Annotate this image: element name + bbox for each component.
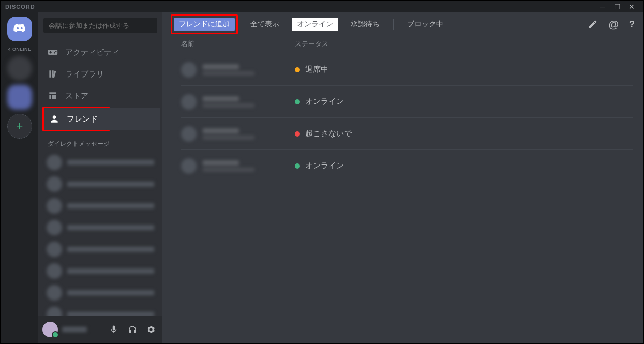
mentions-button[interactable]: @ xyxy=(608,19,619,31)
friend-avatar xyxy=(181,94,197,110)
gear-icon xyxy=(146,325,156,334)
friend-status: 退席中 xyxy=(295,65,328,74)
status-text: オンライン xyxy=(305,161,344,171)
friend-name xyxy=(203,128,295,140)
friend-row[interactable]: 起こさないで xyxy=(181,118,633,150)
friend-avatar xyxy=(181,62,197,78)
dm-header: ダイレクトメッセージ xyxy=(38,138,162,152)
window-minimize-button[interactable]: ─ xyxy=(595,3,610,11)
dm-item[interactable] xyxy=(42,282,158,304)
friends-list: 退席中オンライン起こさないでオンライン xyxy=(162,54,643,182)
friend-row[interactable]: 退席中 xyxy=(181,54,633,86)
status-dot-icon xyxy=(295,99,300,104)
status-text: 退席中 xyxy=(305,65,328,74)
add-friend-button[interactable]: フレンドに追加 xyxy=(174,18,235,31)
friend-status: オンライン xyxy=(295,161,344,171)
dm-item[interactable] xyxy=(42,304,158,316)
headphones-icon xyxy=(128,325,137,334)
settings-button[interactable] xyxy=(144,322,158,337)
friend-name xyxy=(203,96,295,108)
user-panel xyxy=(38,316,162,343)
main-content: フレンドに追加 全て表示 オンライン 承認待ち ブロック中 @ ? 名前 ステー… xyxy=(162,12,643,343)
nav-friends[interactable]: フレンド xyxy=(44,108,108,130)
guild-item[interactable] xyxy=(7,85,32,110)
nav-label: アクティビティ xyxy=(65,48,119,57)
new-message-icon xyxy=(588,19,598,29)
home-button[interactable] xyxy=(7,17,32,41)
nav-section: アクティビティ ライブラリ ストア フレンド xyxy=(38,37,162,138)
help-button[interactable]: ? xyxy=(629,19,635,30)
user-avatar[interactable] xyxy=(42,322,58,337)
toolbar-right: @ ? xyxy=(588,19,635,31)
nav-store[interactable]: ストア xyxy=(42,85,158,107)
window-maximize-button[interactable]: ☐ xyxy=(610,3,624,11)
new-dm-button[interactable] xyxy=(588,19,598,29)
nav-label: フレンド xyxy=(67,114,98,124)
gamepad-icon xyxy=(48,47,58,57)
guild-item[interactable] xyxy=(7,56,32,81)
channels-column: アクティビティ ライブラリ ストア フレンド ダイレクトメッセージ xyxy=(38,12,162,343)
friend-row[interactable]: オンライン xyxy=(181,86,633,118)
friend-status: 起こさないで xyxy=(295,129,352,139)
find-conversation-input[interactable] xyxy=(49,22,152,29)
filter-blocked[interactable]: ブロック中 xyxy=(402,18,448,31)
nav-activity[interactable]: アクティビティ xyxy=(42,41,158,63)
filter-online[interactable]: オンライン xyxy=(292,18,338,31)
friend-status: オンライン xyxy=(295,97,344,107)
window-close-button[interactable]: ✕ xyxy=(624,3,639,11)
guild-rail: 4 ONLINE + xyxy=(1,12,38,343)
status-text: 起こさないで xyxy=(305,129,352,139)
column-name: 名前 xyxy=(181,39,295,49)
app-body: 4 ONLINE + アクティビティ ライブラリ ス xyxy=(1,12,643,343)
library-icon xyxy=(48,69,58,79)
dm-item[interactable] xyxy=(42,152,158,173)
add-server-button[interactable]: + xyxy=(7,114,32,139)
toolbar-separator xyxy=(393,19,394,30)
nav-label: ストア xyxy=(65,91,88,101)
toolbar-left: フレンドに追加 全て表示 オンライン 承認待ち ブロック中 xyxy=(171,14,448,34)
friend-row[interactable]: オンライン xyxy=(181,150,633,182)
status-dot-icon xyxy=(295,163,300,169)
dm-list xyxy=(38,152,162,316)
dm-item[interactable] xyxy=(42,260,158,282)
status-dot-icon xyxy=(295,67,300,72)
app-brand: DISCORD xyxy=(5,4,595,10)
friend-name xyxy=(203,160,295,172)
online-count-label: 4 ONLINE xyxy=(8,47,32,52)
column-status: ステータス xyxy=(295,39,328,49)
friend-name xyxy=(203,64,295,76)
app-window: DISCORD ─ ☐ ✕ 4 ONLINE + アクティビティ xyxy=(1,1,643,343)
discord-logo-icon xyxy=(13,22,26,36)
dm-item[interactable] xyxy=(42,217,158,238)
titlebar: DISCORD ─ ☐ ✕ xyxy=(1,1,643,12)
filter-all[interactable]: 全て表示 xyxy=(245,18,284,31)
nav-library[interactable]: ライブラリ xyxy=(42,63,158,85)
status-dot-icon xyxy=(295,131,300,137)
deafen-button[interactable] xyxy=(125,322,140,337)
dm-item[interactable] xyxy=(42,238,158,260)
filter-pending[interactable]: 承認待ち xyxy=(346,18,385,31)
friends-icon xyxy=(49,114,59,124)
highlight-add-friend: フレンドに追加 xyxy=(171,14,238,34)
friends-toolbar: フレンドに追加 全て表示 オンライン 承認待ち ブロック中 @ ? xyxy=(162,12,643,36)
friend-avatar xyxy=(181,126,197,142)
user-name[interactable] xyxy=(62,327,102,332)
store-icon xyxy=(48,91,58,101)
nav-label: ライブラリ xyxy=(65,69,104,79)
mute-button[interactable] xyxy=(107,322,121,337)
friends-columns: 名前 ステータス xyxy=(162,36,643,54)
find-conversation-field[interactable] xyxy=(43,18,157,33)
dm-item[interactable] xyxy=(42,173,158,195)
status-text: オンライン xyxy=(305,97,344,107)
dm-item[interactable] xyxy=(42,195,158,217)
microphone-icon xyxy=(109,325,118,334)
highlight-friends-nav: フレンド xyxy=(42,107,110,131)
friend-avatar xyxy=(181,158,197,174)
